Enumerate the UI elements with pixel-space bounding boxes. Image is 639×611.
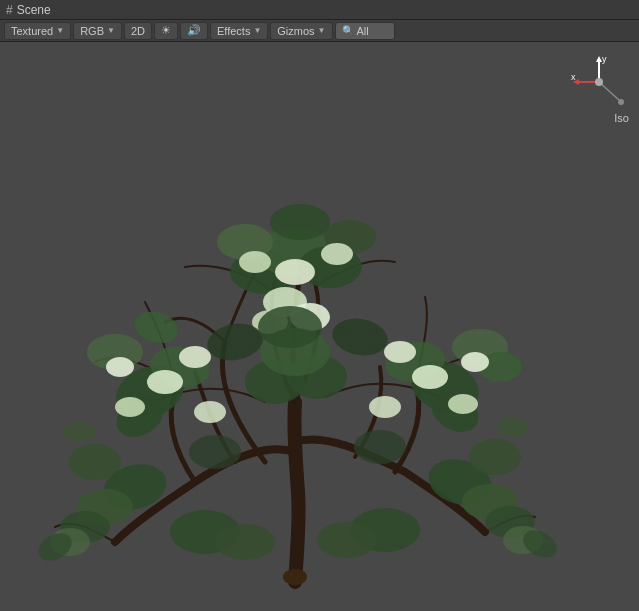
- svg-point-76: [215, 524, 275, 560]
- svg-point-32: [131, 307, 181, 347]
- title-bar: # Scene: [0, 0, 639, 20]
- sun-button[interactable]: ☀: [154, 22, 178, 40]
- svg-point-27: [283, 569, 307, 585]
- svg-point-55: [179, 346, 211, 368]
- textured-dropdown[interactable]: Textured ▼: [4, 22, 71, 40]
- svg-point-56: [115, 397, 145, 417]
- svg-point-73: [354, 430, 406, 464]
- svg-point-64: [461, 352, 489, 372]
- svg-point-67: [275, 259, 315, 285]
- svg-point-80: [64, 422, 96, 442]
- svg-point-54: [147, 370, 183, 394]
- svg-point-69: [321, 243, 353, 265]
- tree-model: [0, 42, 639, 611]
- effects-dropdown[interactable]: Effects ▼: [210, 22, 268, 40]
- svg-point-71: [329, 314, 390, 359]
- svg-point-65: [194, 401, 226, 423]
- navigation-gizmo[interactable]: y x: [569, 52, 629, 112]
- svg-text:y: y: [602, 54, 607, 64]
- svg-point-58: [384, 341, 416, 363]
- rgb-arrow: ▼: [107, 26, 115, 35]
- textured-label: Textured: [11, 25, 53, 37]
- gizmos-label: Gizmos: [277, 25, 314, 37]
- svg-text:x: x: [571, 72, 576, 82]
- search-label: All: [357, 25, 369, 37]
- iso-label: Iso: [614, 112, 629, 124]
- iso-text: Iso: [614, 112, 629, 124]
- toolbar: Textured ▼ RGB ▼ 2D ☀ 🔊 Effects ▼ Gizmos…: [0, 20, 639, 42]
- effects-arrow: ▼: [253, 26, 261, 35]
- svg-point-63: [106, 357, 134, 377]
- 2d-button[interactable]: 2D: [124, 22, 152, 40]
- viewport[interactable]: y x Iso: [0, 42, 639, 611]
- audio-button[interactable]: 🔊: [180, 22, 208, 40]
- svg-point-37: [69, 444, 121, 480]
- svg-point-85: [258, 306, 322, 348]
- sun-icon: ☀: [161, 24, 171, 37]
- 2d-label: 2D: [131, 25, 145, 37]
- svg-point-59: [448, 394, 478, 414]
- rgb-label: RGB: [80, 25, 104, 37]
- svg-point-94: [595, 78, 603, 86]
- svg-point-57: [412, 365, 448, 389]
- svg-point-72: [189, 435, 241, 469]
- svg-line-92: [599, 82, 619, 100]
- search-box[interactable]: 🔍 All: [335, 22, 395, 40]
- gizmos-arrow: ▼: [318, 26, 326, 35]
- rgb-dropdown[interactable]: RGB ▼: [73, 22, 122, 40]
- svg-point-66: [369, 396, 401, 418]
- svg-point-81: [497, 417, 529, 437]
- window-title: Scene: [17, 3, 51, 17]
- svg-point-47: [469, 439, 521, 475]
- gizmos-dropdown[interactable]: Gizmos ▼: [270, 22, 332, 40]
- effects-label: Effects: [217, 25, 250, 37]
- svg-point-68: [239, 251, 271, 273]
- svg-point-77: [317, 522, 377, 558]
- speaker-icon: 🔊: [187, 24, 201, 37]
- textured-arrow: ▼: [56, 26, 64, 35]
- scene-icon: #: [6, 3, 13, 17]
- svg-point-93: [618, 99, 624, 105]
- svg-point-53: [270, 204, 330, 240]
- search-icon: 🔍: [342, 25, 354, 36]
